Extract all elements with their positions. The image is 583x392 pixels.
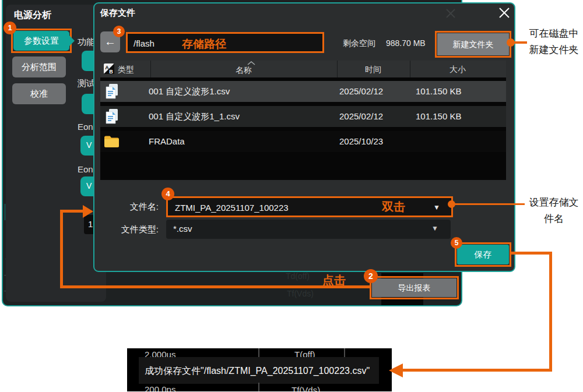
folder-icon xyxy=(104,135,119,148)
background-row-label: Td(off) xyxy=(286,271,310,281)
free-space-value: 988.70 MB xyxy=(386,38,426,48)
calibration-button[interactable]: 校准 xyxy=(12,83,66,104)
filename-note-line1: 设置存储文 xyxy=(524,195,583,211)
filename-note-line2: 件名 xyxy=(524,211,583,227)
background-close-icon xyxy=(445,8,456,19)
step-badge-4: 4 xyxy=(161,188,174,200)
background-pill-value: V xyxy=(86,181,92,190)
file-name: FRAData xyxy=(149,136,185,146)
toast-partial-bottom-right: Tf(Vds) xyxy=(292,385,320,391)
filename-note: 设置存储文 件名 xyxy=(524,195,583,227)
param-settings-button[interactable]: 参数设置 xyxy=(13,31,69,51)
connector-save-vertical xyxy=(549,252,552,370)
dropdown-icon[interactable]: ▼ xyxy=(431,224,438,232)
file-time: 2025/10/23 xyxy=(339,136,383,146)
column-divider xyxy=(410,61,410,77)
new-folder-note-line1: 可在磁盘中 xyxy=(525,26,583,42)
toast-partial-bottom-left: 200.0ps xyxy=(145,384,175,391)
save-label: 保存 xyxy=(475,249,492,259)
header-type[interactable]: 类型 xyxy=(118,65,134,75)
toast-message: 成功保存文件"/flash/ZTMI_PA_20251107_100223.cs… xyxy=(145,365,370,377)
file-icon xyxy=(105,108,119,125)
path-annotation: 存储路径 xyxy=(182,37,226,52)
file-name: 001 自定义波形1_1.csv xyxy=(149,111,240,122)
background-func-label: 功能 xyxy=(78,37,95,48)
background-threshold-value: 1 xyxy=(88,219,93,229)
filetype-label: 文件类型: xyxy=(102,224,159,235)
filename-label: 文件名: xyxy=(111,202,159,213)
step-badge-3: 3 xyxy=(113,26,125,37)
export-report-button[interactable]: 导出报表 xyxy=(372,278,456,297)
close-icon[interactable] xyxy=(498,7,510,19)
analysis-range-button[interactable]: 分析范围 xyxy=(12,56,66,77)
file-table-header: A B 类型 名称 时间 大小 xyxy=(100,61,506,77)
file-table-body: 001 自定义波形1.csv 2025/02/12 101.150 KB 001… xyxy=(100,77,506,180)
toast-divider xyxy=(344,348,345,357)
file-size: 101.150 KB xyxy=(416,111,461,121)
background-pill-value: V xyxy=(86,140,92,150)
new-folder-note-line2: 新建文件夹 xyxy=(525,42,583,58)
connector-save-bottom xyxy=(402,369,552,372)
filename-field[interactable]: ZTMI_PA_20251107_100223 ▼ xyxy=(166,196,453,217)
header-time[interactable]: 时间 xyxy=(365,65,381,75)
file-time: 2025/02/12 xyxy=(339,86,383,96)
back-arrow-icon: ← xyxy=(104,35,116,48)
sort-asc-icon xyxy=(247,61,255,65)
background-row-label: Tf(Vds) xyxy=(287,289,314,298)
table-row[interactable]: FRAData 2025/10/23 xyxy=(100,131,506,152)
toast-divider xyxy=(258,383,259,391)
toast-arrowhead-icon xyxy=(389,363,403,377)
step-badge-5: 5 xyxy=(451,237,462,249)
connector-export-horizontal xyxy=(60,285,371,288)
svg-text:A: A xyxy=(105,65,109,70)
table-row[interactable]: 001 自定义波形1_1.csv 2025/02/12 101.150 KB xyxy=(100,106,506,127)
panel-title: 电源分析 xyxy=(14,9,51,22)
file-size: 101.150 KB xyxy=(416,86,461,96)
svg-text:B: B xyxy=(109,69,113,75)
background-eon-label: Eon xyxy=(78,122,93,132)
filetype-value: *.csv xyxy=(173,224,192,234)
sort-type-icon[interactable]: A B xyxy=(104,63,114,74)
toast-strip: 2.000us T(off) 成功保存文件"/flash/ZTMI_PA_202… xyxy=(127,348,392,391)
param-settings-notch xyxy=(69,36,75,46)
toast-divider xyxy=(258,348,259,357)
column-divider xyxy=(337,61,338,77)
new-folder-label: 新建文件夹 xyxy=(453,40,494,49)
background-test-label: 测试 xyxy=(78,78,95,89)
connector-filename-line xyxy=(454,203,525,205)
filetype-field[interactable]: *.csv ▼ xyxy=(166,220,451,239)
export-report-label: 导出报表 xyxy=(398,283,431,292)
filename-value: ZTMI_PA_20251107_100223 xyxy=(175,203,289,213)
column-divider xyxy=(150,61,151,77)
new-folder-button[interactable]: 新建文件夹 xyxy=(437,33,509,55)
header-name[interactable]: 名称 xyxy=(236,65,252,76)
dropdown-icon[interactable]: ▼ xyxy=(433,203,440,211)
connector-save-top xyxy=(511,252,552,255)
filename-annotation: 双击 xyxy=(382,199,405,215)
calibration-label: 校准 xyxy=(30,89,48,98)
table-row[interactable]: 001 自定义波形1.csv 2025/02/12 101.150 KB xyxy=(100,81,506,102)
connector-export-stem xyxy=(62,210,84,213)
connector-export-vertical xyxy=(60,210,63,288)
toast-message-box: 成功保存文件"/flash/ZTMI_PA_20251107_100223.cs… xyxy=(139,357,379,384)
step-badge-2: 2 xyxy=(364,269,378,283)
save-button[interactable]: 保存 xyxy=(457,245,509,264)
free-space-label: 剩余空间 xyxy=(343,38,375,49)
header-size[interactable]: 大小 xyxy=(449,65,466,75)
new-folder-note: 可在磁盘中 新建文件夹 xyxy=(525,26,583,58)
analysis-range-label: 分析范围 xyxy=(22,62,57,72)
export-arrowhead-icon xyxy=(83,205,93,218)
background-eon-label: Eon xyxy=(78,164,93,174)
file-name: 001 自定义波形1.csv xyxy=(149,86,230,97)
dialog-title: 保存文件 xyxy=(100,8,135,19)
step-badge-1: 1 xyxy=(3,22,16,34)
file-time: 2025/02/12 xyxy=(339,111,383,121)
param-settings-label: 参数设置 xyxy=(24,36,59,45)
path-value: /flash xyxy=(134,38,154,48)
file-icon xyxy=(105,83,119,100)
